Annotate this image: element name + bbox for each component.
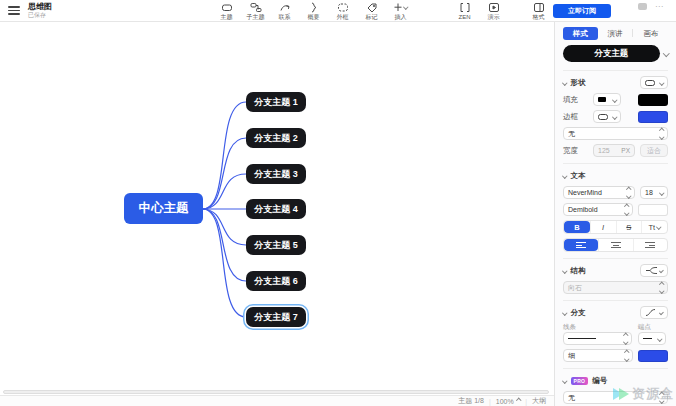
hamburger-menu-icon[interactable] xyxy=(8,6,20,16)
align-left-button[interactable] xyxy=(564,239,598,251)
zoom-control[interactable]: 100% xyxy=(496,398,520,405)
subtopic-button[interactable]: 子主题 xyxy=(241,1,270,21)
outline-toggle[interactable]: 大纲 xyxy=(532,396,546,406)
collapse-icon[interactable] xyxy=(562,310,567,315)
italic-button[interactable]: I xyxy=(590,221,616,233)
chevron-down-icon xyxy=(612,114,617,119)
stepper-icon xyxy=(625,351,629,360)
view-tools-group: ZEN 演示 xyxy=(450,1,508,21)
line-style-select[interactable] xyxy=(563,332,632,345)
more-icon[interactable]: ⋯ xyxy=(655,3,664,10)
fit-button[interactable]: 适合 xyxy=(640,144,668,157)
chevron-down-icon[interactable] xyxy=(663,50,669,56)
chevron-down-icon xyxy=(659,310,664,315)
format-panel: 样式 演讲 画布 分支主题 形状 填充 xyxy=(554,22,676,406)
relationship-button[interactable]: 联系 xyxy=(270,1,299,21)
branch-node-1[interactable]: 分支主题 1 xyxy=(246,92,306,112)
stepper-icon xyxy=(627,188,631,197)
border-style-dropdown[interactable] xyxy=(593,110,621,123)
marker-icon xyxy=(366,2,378,13)
line-width-value: 细 xyxy=(568,351,575,361)
width-input[interactable]: 125 PX xyxy=(593,144,635,157)
collapse-icon[interactable] xyxy=(562,378,567,383)
format-panel-toggle[interactable]: 格式 xyxy=(524,1,553,21)
section-title: 分支 xyxy=(571,308,586,318)
central-topic-node[interactable]: 中心主题 xyxy=(124,193,203,224)
zen-mode-button[interactable]: ZEN xyxy=(450,1,479,21)
topic-type-pill[interactable]: 分支主题 xyxy=(563,45,660,62)
panel-tabs: 样式 演讲 画布 xyxy=(563,26,668,40)
align-center-button[interactable] xyxy=(598,239,632,251)
line-width-select[interactable]: 细 xyxy=(563,349,633,362)
fill-swatch-icon xyxy=(598,97,606,102)
chevron-down-icon xyxy=(659,268,664,273)
misc-icons: ⋯ xyxy=(638,3,664,10)
collapse-icon[interactable] xyxy=(562,173,567,178)
fill-color-swatch[interactable] xyxy=(638,94,668,106)
branch-node-2[interactable]: 分支主题 2 xyxy=(246,128,306,148)
line-end-dropdown[interactable] xyxy=(638,332,666,345)
horizontal-scrollbar[interactable] xyxy=(3,390,549,394)
align-center-icon xyxy=(611,242,621,248)
tool-label: 子主题 xyxy=(247,14,265,21)
chevron-down-icon xyxy=(656,225,661,230)
branch-node-5[interactable]: 分支主题 5 xyxy=(246,235,306,255)
stepper-icon xyxy=(660,393,664,402)
document-title[interactable]: 思维图 xyxy=(28,2,52,11)
bold-button[interactable]: B xyxy=(564,221,590,233)
branch-curve-icon xyxy=(645,308,657,317)
summary-button[interactable]: 概要 xyxy=(299,1,328,21)
tab-map[interactable]: 画布 xyxy=(633,27,668,40)
rounded-rect-icon xyxy=(645,80,655,86)
profile-icon[interactable] xyxy=(638,3,647,10)
subscribe-button[interactable]: 立即订阅 xyxy=(553,4,611,18)
zen-mode-icon xyxy=(459,2,471,13)
structure-dropdown[interactable] xyxy=(640,264,668,277)
tool-label: 概要 xyxy=(308,14,320,21)
shape-section: 形状 填充 边框 xyxy=(563,70,668,157)
branch-style-dropdown[interactable] xyxy=(640,306,668,319)
line-end-icon xyxy=(643,338,652,339)
font-style-group: B I S Tt xyxy=(563,220,668,234)
marker-button[interactable]: 标记 xyxy=(357,1,386,21)
collapse-icon[interactable] xyxy=(562,80,567,85)
collapse-icon[interactable] xyxy=(562,268,567,273)
numbering-section: PRO 编号 无 xyxy=(563,368,668,404)
border-color-swatch[interactable] xyxy=(638,111,668,123)
branch-node-7-selected[interactable]: 分支主题 7 xyxy=(246,307,306,327)
shape-style-dropdown[interactable] xyxy=(640,76,668,89)
line-label: 线条 xyxy=(563,323,632,332)
branch-node-6[interactable]: 分支主题 6 xyxy=(246,271,306,291)
direction-select[interactable]: 向右 xyxy=(563,281,668,294)
border-width-select[interactable]: 无 xyxy=(563,127,668,140)
status-bar: 主题 1/8 | 100% | 大纲 xyxy=(0,395,554,406)
fill-style-dropdown[interactable] xyxy=(593,93,621,106)
tab-pitch[interactable]: 演讲 xyxy=(598,27,633,40)
stepper-icon xyxy=(660,283,664,292)
font-size-select[interactable]: 18 xyxy=(640,186,668,199)
align-right-button[interactable] xyxy=(633,239,667,251)
insert-button[interactable]: 插入 xyxy=(386,1,415,21)
boundary-button[interactable]: 外框 xyxy=(328,1,357,21)
tool-label: 格式 xyxy=(533,14,545,21)
font-weight-select[interactable]: Demibold xyxy=(563,203,633,216)
present-button[interactable]: 演示 xyxy=(479,1,508,21)
line-color-swatch[interactable] xyxy=(638,350,668,362)
font-color-swatch[interactable] xyxy=(638,204,668,216)
font-family-select[interactable]: NeverMind xyxy=(563,186,635,199)
tool-label: 主题 xyxy=(221,14,233,21)
branch-node-4[interactable]: 分支主题 4 xyxy=(246,199,306,219)
mindmap-canvas[interactable]: 中心主题 分支主题 1 分支主题 2 分支主题 3 分支主题 4 分支主题 5 … xyxy=(0,22,554,395)
top-toolbar: 思维图 已保存 主题 子主题 联系 概要 外框 xyxy=(0,0,676,22)
divider: | xyxy=(525,398,527,405)
text-case-button[interactable]: Tt xyxy=(641,221,667,233)
numbering-select[interactable]: 无 xyxy=(563,391,668,404)
text-section: 文本 NeverMind 18 Demibold xyxy=(563,163,668,252)
direction-value: 向右 xyxy=(568,283,582,293)
strikethrough-button[interactable]: S xyxy=(616,221,642,233)
branch-node-3[interactable]: 分支主题 3 xyxy=(246,164,306,184)
tab-style[interactable]: 样式 xyxy=(563,27,598,40)
topic-type-row: 分支主题 xyxy=(563,45,668,62)
solid-line-icon xyxy=(568,338,596,339)
topic-button[interactable]: 主题 xyxy=(212,1,241,21)
